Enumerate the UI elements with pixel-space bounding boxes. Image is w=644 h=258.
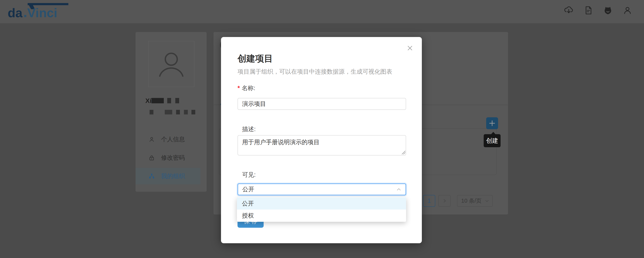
tooltip-arrow: [491, 132, 496, 134]
document-icon[interactable]: [584, 6, 593, 15]
visibility-select-value: 公开: [242, 185, 396, 193]
pagination: 1 10 条/页: [423, 195, 493, 207]
page-size-label: 10 条/页: [461, 197, 482, 205]
pagination-page-1[interactable]: 1: [423, 195, 435, 207]
close-icon[interactable]: [406, 45, 414, 52]
plus-icon: [488, 120, 496, 127]
organization-icon: [149, 173, 154, 179]
profile-sidebar: Xí 个人信息 修改密码: [136, 32, 206, 192]
modal-title: 创建项目: [238, 53, 273, 65]
user-name-prefix: Xí: [145, 97, 152, 104]
user-name-redacted: Xí: [145, 97, 179, 104]
redaction-block: [175, 98, 179, 103]
redaction-block: [152, 98, 164, 103]
project-name-input[interactable]: [238, 98, 406, 110]
modal-subtitle: 项目属于组织，可以在项目中连接数据源，生成可视化图表: [238, 68, 392, 76]
lock-icon: [149, 155, 154, 161]
page-size-select[interactable]: 10 条/页: [457, 195, 493, 207]
redaction-block: [165, 110, 172, 115]
redaction-block: [167, 98, 171, 103]
header-icon-bar: [564, 6, 632, 15]
redaction-block: [176, 110, 180, 115]
name-label-text: 名称:: [242, 85, 255, 91]
visibility-dropdown: 公开 授权: [237, 197, 406, 222]
visibility-select[interactable]: 公开: [238, 183, 406, 195]
create-project-button[interactable]: [486, 117, 498, 129]
cloud-download-icon[interactable]: [564, 6, 573, 15]
sidebar-item-personal-info[interactable]: 个人信息: [136, 131, 200, 148]
logo-text-vinci: Vinci: [27, 6, 58, 20]
user-icon: [149, 136, 154, 142]
tooltip-label: 创建: [486, 137, 498, 145]
pagination-next-button[interactable]: [438, 195, 451, 207]
sidebar-item-label: 我的组织: [161, 172, 185, 180]
avatar-placeholder-icon: [155, 48, 188, 80]
github-icon[interactable]: [603, 6, 612, 15]
redaction-block: [184, 110, 188, 115]
sidebar-menu: 个人信息 修改密码 我的组织: [136, 131, 206, 186]
sidebar-item-change-password[interactable]: 修改密码: [136, 149, 200, 166]
user-info-redacted: [150, 110, 195, 115]
name-field-label: *名称:: [238, 84, 255, 92]
avatar-upload-box[interactable]: [148, 41, 194, 87]
redaction-block: [150, 110, 154, 115]
redaction-block: [192, 110, 195, 115]
logo-text-da: da: [8, 6, 23, 20]
create-tooltip: 创建: [484, 134, 500, 147]
chevron-up-icon: [396, 186, 402, 192]
description-field-label: 描述:: [242, 125, 256, 133]
sidebar-item-label: 修改密码: [161, 154, 185, 162]
app-header: da Vinci: [0, 0, 644, 23]
required-asterisk: *: [238, 85, 240, 91]
page-number: 1: [428, 197, 431, 204]
create-project-modal: 创建项目 项目属于组织，可以在项目中连接数据源，生成可视化图表 *名称: 描述:…: [221, 37, 422, 243]
user-icon[interactable]: [623, 6, 632, 15]
chevron-down-icon: [485, 199, 489, 203]
dropdown-option-public[interactable]: 公开: [237, 197, 406, 210]
dropdown-option-authorized[interactable]: 授权: [237, 210, 406, 222]
sidebar-item-my-organizations[interactable]: 我的组织: [136, 168, 200, 184]
sidebar-item-label: 个人信息: [161, 135, 185, 143]
project-description-textarea[interactable]: 用于用户手册说明演示的项目: [238, 135, 406, 155]
chevron-right-icon: [442, 198, 447, 203]
visibility-field-label: 可见:: [242, 171, 256, 179]
davinci-logo[interactable]: da Vinci: [8, 3, 69, 20]
